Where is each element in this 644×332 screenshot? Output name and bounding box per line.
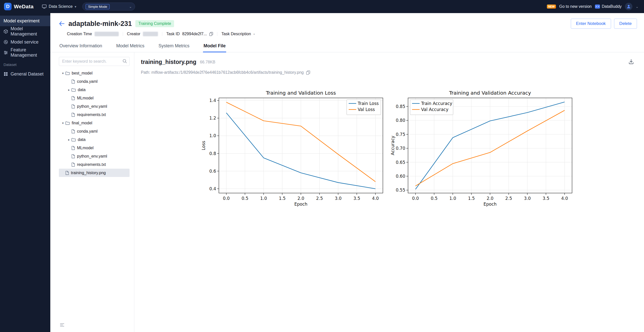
svg-text:Training and Validation Loss: Training and Validation Loss (266, 90, 336, 96)
caret-down-icon[interactable]: ▾ (60, 121, 65, 125)
enter-notebook-button[interactable]: Enter Notebook (571, 19, 611, 29)
svg-text:0.80: 0.80 (396, 118, 405, 123)
tab-model-metrics[interactable]: Model Metrics (116, 41, 145, 52)
tree-item-python-env-yaml[interactable]: python_env.yaml (59, 152, 130, 160)
tab-system-metrics[interactable]: System Metrics (158, 41, 190, 52)
copy-icon[interactable] (209, 32, 213, 36)
file-size: 66.78KB (200, 60, 215, 64)
page-header: adaptable-mink-231 Training Complete Ent… (50, 13, 644, 36)
sidebar-item-general-dataset[interactable]: General Dataset (0, 69, 50, 79)
sidebar-section-dataset: Dataset (0, 58, 50, 69)
back-button[interactable] (59, 21, 65, 26)
copy-path-icon[interactable] (306, 70, 310, 75)
svg-text:0.0: 0.0 (412, 196, 419, 201)
search-icon[interactable] (123, 59, 127, 64)
tree-item-conda-yaml[interactable]: conda.yaml (59, 127, 130, 135)
user-icon (626, 4, 631, 9)
go-new-version-link[interactable]: Go to new version (559, 4, 592, 9)
model-service-icon (4, 40, 8, 44)
status-badge: Training Complete (135, 20, 174, 27)
caret-right-icon[interactable]: ▸ (66, 88, 71, 92)
new-badge: NEW (547, 5, 556, 9)
file-icon (71, 154, 75, 158)
loss-chart: 0.00.51.01.52.02.53.03.54.00.40.60.81.01… (200, 89, 386, 209)
sidebar-item-feature-management[interactable]: Feature Management (0, 47, 50, 58)
tree-item-label: python_env.yaml (77, 104, 107, 109)
sidebar-item-model-experiment[interactable]: Model experiment (0, 16, 50, 26)
sidebar-item-label: General Dataset (11, 71, 44, 77)
caret-right-icon[interactable]: ▸ (66, 138, 71, 141)
tree-item-python-env-yaml[interactable]: python_env.yaml (59, 102, 130, 110)
file-name: training_history.png (141, 59, 196, 65)
task-id-meta: Task ID 82994de2f7... (166, 32, 213, 36)
accuracy-chart: 0.00.51.01.52.02.53.03.54.00.550.600.650… (389, 89, 576, 209)
tree-item-final-model[interactable]: ▾final_model (59, 119, 130, 127)
svg-text:2.0: 2.0 (297, 196, 304, 201)
chevron-down-icon: ▾ (75, 5, 76, 8)
mode-select[interactable]: Simple Mode ⌄ (82, 3, 135, 11)
search-input[interactable] (59, 57, 130, 66)
download-button[interactable] (627, 58, 635, 66)
tree-item-training-history-png[interactable]: training_history.png (59, 169, 130, 177)
delete-button[interactable]: Delete (614, 19, 637, 29)
collapse-panel-button[interactable] (59, 322, 65, 328)
tree-item-data[interactable]: ▸data (59, 86, 130, 94)
file-icon (71, 104, 75, 108)
tree-item-requirements-txt[interactable]: requirements.txt (59, 160, 130, 169)
svg-text:4.0: 4.0 (372, 196, 379, 201)
svg-text:2.5: 2.5 (316, 196, 323, 201)
caret-down-icon[interactable]: ▾ (60, 71, 65, 75)
meta-divider (162, 32, 162, 36)
tab-overview-information[interactable]: Overview Information (59, 41, 103, 52)
download-icon (628, 59, 634, 64)
svg-text:0.85: 0.85 (396, 104, 405, 109)
meta-row: Creation Time Creator Task ID 82994de2f7… (67, 32, 637, 36)
databuddy-button[interactable]: DataBuddy (595, 4, 622, 9)
tree-item-label: final_model (72, 121, 92, 125)
tree-item-requirements-txt[interactable]: requirements.txt (59, 110, 130, 119)
tree-item-mlmodel[interactable]: MLmodel (59, 94, 130, 102)
file-icon (71, 80, 75, 84)
svg-text:3.5: 3.5 (543, 196, 549, 201)
svg-text:0.4: 0.4 (209, 186, 216, 191)
mode-badge: Simple Mode (86, 4, 110, 9)
tree-item-label: best_model (72, 71, 93, 76)
sidebar-item-label: Model service (11, 40, 38, 45)
svg-text:0.8: 0.8 (209, 151, 216, 156)
tree-item-label: MLmodel (77, 146, 94, 150)
sidebar-item-label: Feature Management (11, 47, 47, 58)
tree-item-best-model[interactable]: ▾best_model (59, 69, 130, 77)
creation-time-value-redacted (95, 32, 119, 36)
svg-text:Loss: Loss (201, 141, 206, 150)
file-icon (71, 163, 75, 167)
file-path: Path: mlflow-artifacts:/1/82994de2f76e44… (141, 70, 304, 75)
page-title: adaptable-mink-231 (68, 20, 132, 28)
file-content: training_history.png 66.78KB Path: mlflo… (134, 52, 644, 332)
sidebar-item-label: Model experiment (4, 18, 39, 24)
svg-text:1.5: 1.5 (468, 196, 475, 201)
svg-text:0.5: 0.5 (431, 196, 437, 201)
sidebar-item-model-service[interactable]: Model service (0, 37, 50, 47)
file-icon (65, 171, 69, 175)
tree-item-conda-yaml[interactable]: conda.yaml (59, 77, 130, 86)
chevron-down-icon[interactable]: ⌄ (636, 5, 638, 8)
file-panel: ▾best_modelconda.yaml▸dataMLmodelpython_… (59, 52, 134, 332)
file-icon (71, 96, 75, 100)
creator-label: Creator (127, 32, 140, 36)
task-id-value: 82994de2f7... (182, 32, 207, 36)
file-icon (71, 146, 75, 150)
file-icon (71, 113, 75, 117)
folder-icon (71, 138, 76, 141)
sidebar-item-model-management[interactable]: Model Management (0, 26, 50, 37)
tab-model-file[interactable]: Model File (203, 41, 226, 52)
svg-text:3.5: 3.5 (353, 196, 360, 201)
avatar[interactable] (625, 3, 632, 10)
svg-text:3.0: 3.0 (524, 196, 531, 201)
svg-text:0.65: 0.65 (396, 160, 405, 165)
tree-item-data[interactable]: ▸data (59, 135, 130, 144)
creation-time-label: Creation Time (67, 32, 92, 36)
tree-item-mlmodel[interactable]: MLmodel (59, 144, 130, 152)
folder-icon (65, 121, 70, 125)
meta-divider (217, 32, 217, 36)
workspace-switcher[interactable]: Data Science ▾ (38, 4, 80, 9)
